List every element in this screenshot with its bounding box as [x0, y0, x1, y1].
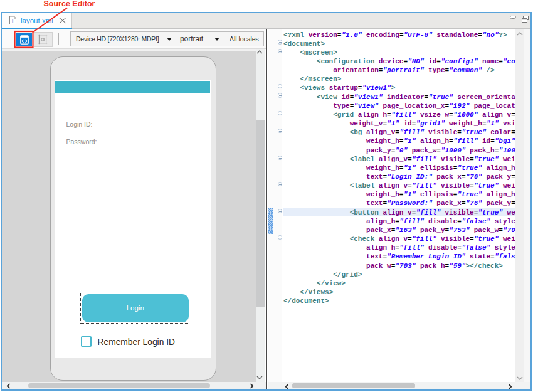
- svg-text:T: T: [11, 18, 15, 24]
